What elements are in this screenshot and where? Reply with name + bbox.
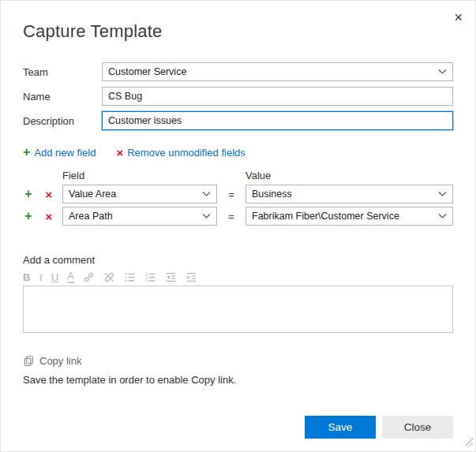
add-field-icon[interactable]: + xyxy=(23,210,34,222)
chevron-down-icon xyxy=(202,214,211,219)
add-new-field-button[interactable]: + Add new field xyxy=(23,146,96,159)
underline-icon[interactable]: U xyxy=(51,272,58,282)
copy-link-hint: Save the template in order to enable Cop… xyxy=(23,374,453,386)
outdent-icon[interactable] xyxy=(165,271,177,283)
equals-sign: = xyxy=(217,211,245,222)
close-icon[interactable]: × xyxy=(451,7,466,28)
page-title: Capture Template xyxy=(23,21,453,42)
value-dropdown[interactable]: Business xyxy=(245,185,453,204)
field-row-2: + × Area Path = Fabrikam Fiber\Customer … xyxy=(23,207,453,226)
value-selected-value: Fabrikam Fiber\Customer Service xyxy=(252,211,433,222)
copy-link-button[interactable]: Copy link xyxy=(23,355,453,367)
value-selected-value: Business xyxy=(252,189,433,200)
fields-table-header: Field Value xyxy=(23,170,453,181)
remove-unmodified-fields-label: Remove unmodified fields xyxy=(127,147,245,159)
add-new-field-label: Add new field xyxy=(34,147,96,159)
link-icon[interactable] xyxy=(83,271,95,283)
team-dropdown[interactable]: Customer Service xyxy=(102,62,453,81)
add-field-icon[interactable]: + xyxy=(23,188,34,200)
close-button[interactable]: Close xyxy=(382,416,453,439)
remove-field-icon[interactable]: × xyxy=(43,189,54,200)
name-label: Name xyxy=(23,91,102,103)
field-dropdown[interactable]: Area Path xyxy=(62,207,217,226)
field-column-header: Field xyxy=(62,170,217,181)
comment-input[interactable] xyxy=(23,286,453,333)
numbered-list-icon[interactable]: 123 xyxy=(144,271,156,283)
value-column-header: Value xyxy=(245,170,271,181)
description-label: Description xyxy=(23,115,102,127)
description-input[interactable] xyxy=(102,111,453,130)
italic-icon[interactable]: I xyxy=(39,272,42,282)
bold-icon[interactable]: B xyxy=(23,272,30,282)
field-selected-value: Value Area xyxy=(69,189,197,200)
comment-toolbar: B I U A 123 xyxy=(23,271,453,283)
copy-icon xyxy=(23,355,35,367)
text-color-icon[interactable]: A xyxy=(67,271,74,283)
resize-grip[interactable] xyxy=(465,435,474,450)
name-row: Name xyxy=(23,87,453,106)
copy-link-label: Copy link xyxy=(39,355,81,367)
dialog-buttons: Save Close xyxy=(23,416,453,439)
chevron-down-icon xyxy=(438,192,447,196)
x-icon: × xyxy=(116,147,123,159)
field-row-1: + × Value Area = Business xyxy=(23,185,453,204)
comment-label: Add a comment xyxy=(23,254,453,266)
capture-template-dialog: × Capture Template Team Customer Service… xyxy=(1,21,475,439)
chevron-down-icon xyxy=(438,214,447,219)
svg-text:3: 3 xyxy=(145,278,148,282)
team-label: Team xyxy=(23,66,102,78)
team-row: Team Customer Service xyxy=(23,62,453,81)
description-row: Description xyxy=(23,111,453,130)
field-actions: + Add new field × Remove unmodified fiel… xyxy=(23,146,453,159)
equals-sign: = xyxy=(217,189,245,200)
name-input[interactable] xyxy=(102,87,453,106)
remove-unmodified-fields-button[interactable]: × Remove unmodified fields xyxy=(116,147,245,159)
template-form: Team Customer Service Name Description xyxy=(23,62,453,130)
remove-field-icon[interactable]: × xyxy=(43,211,54,222)
field-selected-value: Area Path xyxy=(69,211,197,222)
chevron-down-icon xyxy=(438,69,447,74)
save-button[interactable]: Save xyxy=(305,416,376,439)
indent-icon[interactable] xyxy=(186,271,197,283)
bullet-list-icon[interactable] xyxy=(124,271,136,283)
value-dropdown[interactable]: Fabrikam Fiber\Customer Service xyxy=(245,207,453,226)
unlink-icon[interactable] xyxy=(103,271,115,283)
plus-icon: + xyxy=(23,146,30,159)
team-selected-value: Customer Service xyxy=(108,66,433,77)
field-dropdown[interactable]: Value Area xyxy=(62,185,217,204)
chevron-down-icon xyxy=(202,192,211,196)
